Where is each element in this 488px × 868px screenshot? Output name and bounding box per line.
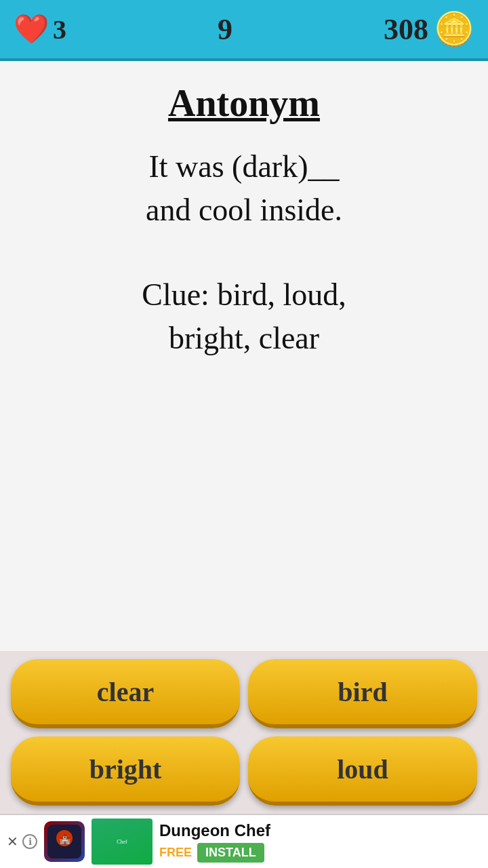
ad-badges: FREE INSTALL: [159, 843, 481, 863]
score-count: 9: [218, 13, 232, 46]
coin-count: 308: [384, 12, 428, 47]
ad-screenshot: Chef: [92, 818, 152, 865]
heart-icon: ❤️: [14, 15, 49, 43]
ad-install-button[interactable]: INSTALL: [197, 843, 264, 863]
score-section: 9: [218, 12, 232, 47]
main-content: Antonym It was (dark)__and cool inside. …: [0, 61, 488, 651]
ad-app-icon: 🏰: [44, 821, 85, 862]
clue-text: Clue: bird, loud,bright, clear: [142, 273, 346, 361]
coins-section: 308 🪙: [384, 10, 474, 48]
ad-banner: ✕ ℹ 🏰 Chef Dungeon Chef FREE INSTALL: [0, 814, 488, 868]
answer-btn-loud[interactable]: loud: [248, 736, 477, 806]
ad-free-label: FREE: [159, 846, 192, 860]
coin-icon: 🪙: [434, 10, 474, 48]
svg-text:🏰: 🏰: [59, 833, 71, 845]
lives-section: ❤️ 3: [14, 14, 66, 45]
answer-buttons-area: clear bird bright loud: [0, 651, 488, 814]
answer-btn-bird[interactable]: bird: [248, 659, 477, 728]
game-header: ❤️ 3 9 308 🪙: [0, 0, 488, 61]
ad-text-section: Dungeon Chef FREE INSTALL: [159, 821, 481, 863]
answer-btn-bright[interactable]: bright: [11, 736, 240, 806]
lives-count: 3: [53, 14, 66, 45]
ad-title: Dungeon Chef: [159, 821, 481, 840]
ad-close-button[interactable]: ✕: [7, 833, 18, 850]
ad-close-area: ✕ ℹ: [7, 833, 37, 850]
answer-btn-clear[interactable]: clear: [11, 659, 240, 728]
question-text: It was (dark)__and cool inside.: [146, 145, 342, 233]
game-title: Antonym: [168, 81, 320, 125]
ad-info-button[interactable]: ℹ: [22, 834, 37, 849]
